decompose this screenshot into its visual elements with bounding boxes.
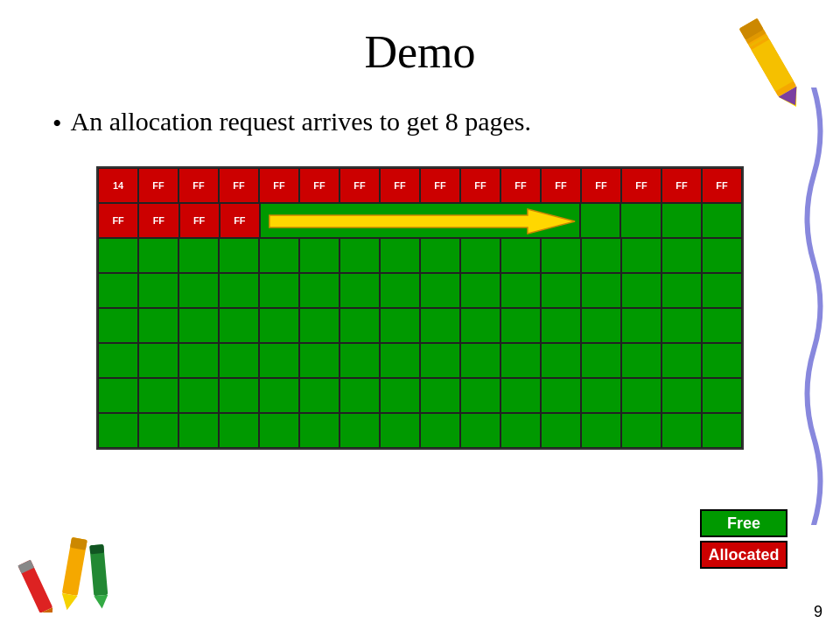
grid-row-4 — [98, 273, 742, 308]
grid-cell — [138, 273, 178, 308]
bullet-text: An allocation request arrives to get 8 p… — [71, 104, 532, 138]
grid-cell — [541, 413, 581, 448]
grid-cell — [420, 378, 460, 413]
grid-cell — [138, 378, 178, 413]
legend-allocated: Allocated — [700, 541, 788, 569]
grid-cell — [178, 378, 219, 413]
grid-cell: FF — [460, 168, 500, 203]
grid-cell — [340, 273, 380, 308]
grid-cell — [702, 203, 742, 238]
grid-cell: FF — [581, 168, 621, 203]
grid-cell — [178, 308, 219, 343]
grid-cell — [621, 378, 662, 413]
allocation-arrow — [261, 205, 579, 238]
grid-cell — [500, 378, 541, 413]
grid-cell — [662, 273, 702, 308]
grid-cell — [460, 238, 500, 273]
grid-cell — [138, 238, 178, 273]
grid-cell — [178, 343, 219, 378]
svg-rect-16 — [89, 544, 104, 554]
legend-allocated-box: Allocated — [700, 541, 788, 569]
grid-cell — [581, 238, 621, 273]
grid-cell — [259, 308, 299, 343]
grid-cell — [259, 413, 299, 448]
bullet-item: • An allocation request arrives to get 8… — [52, 104, 788, 140]
legend-free-box: Free — [700, 509, 788, 537]
grid-cell — [178, 273, 219, 308]
grid-cell — [178, 238, 219, 273]
grid-cell — [299, 308, 340, 343]
grid-cell — [580, 203, 620, 238]
grid-cell: FF — [178, 168, 219, 203]
grid-cell — [380, 378, 420, 413]
legend-free: Free — [700, 509, 788, 537]
grid-cell — [219, 273, 259, 308]
grid-cell — [500, 343, 541, 378]
grid-cell — [662, 308, 702, 343]
grid-cell — [702, 378, 742, 413]
grid-cell — [98, 343, 138, 378]
svg-rect-6 — [752, 39, 794, 92]
grid-cell — [662, 413, 702, 448]
legend: Free Allocated — [700, 509, 788, 569]
grid-cell — [460, 413, 500, 448]
grid-cell: FF — [340, 168, 380, 203]
grid-cell — [662, 343, 702, 378]
grid-cell — [138, 343, 178, 378]
grid-cell — [581, 308, 621, 343]
grid-row-8 — [98, 413, 742, 448]
grid-cell — [380, 413, 420, 448]
grid-cell: FF — [138, 168, 178, 203]
grid-cell — [219, 378, 259, 413]
grid-cell: FF — [500, 168, 541, 203]
grid-cell — [299, 238, 340, 273]
grid-cell — [219, 238, 259, 273]
grid-row-6 — [98, 343, 742, 378]
crayon-topright-icon — [735, 0, 805, 122]
grid-cell — [299, 343, 340, 378]
grid-cell — [380, 238, 420, 273]
grid-cell: FF — [380, 168, 420, 203]
grid-cell — [219, 308, 259, 343]
grid-cell — [621, 238, 662, 273]
svg-marker-15 — [94, 595, 108, 609]
grid-cell: 14 — [98, 168, 138, 203]
grid-cell — [138, 308, 178, 343]
grid-cell — [380, 343, 420, 378]
grid-cell — [541, 378, 581, 413]
grid-row-1: 14 FF FF FF FF FF FF FF FF FF FF FF FF F… — [98, 168, 742, 203]
grid-cell — [259, 273, 299, 308]
bullet-section: • An allocation request arrives to get 8… — [52, 104, 788, 140]
slide-title: Demo — [0, 0, 840, 78]
svg-marker-0 — [270, 209, 575, 234]
grid-cell — [460, 343, 500, 378]
grid-cell — [460, 378, 500, 413]
page-number: 9 — [814, 603, 822, 621]
grid-cell — [340, 378, 380, 413]
memory-grid: 14 FF FF FF FF FF FF FF FF FF FF FF FF F… — [96, 166, 744, 450]
grid-row-2: FF FF FF FF — [98, 203, 742, 238]
grid-cell: FF — [420, 168, 460, 203]
grid-cell — [621, 413, 662, 448]
grid-cell: FF — [662, 168, 702, 203]
grid-cell — [420, 273, 460, 308]
grid-cell — [662, 238, 702, 273]
grid-cell — [98, 273, 138, 308]
grid-cell: FF — [219, 168, 259, 203]
grid-cell — [219, 343, 259, 378]
grid-cell — [98, 238, 138, 273]
grid-cell — [380, 273, 420, 308]
grid-cell — [340, 413, 380, 448]
grid-cell — [138, 413, 178, 448]
grid-cell — [420, 238, 460, 273]
grid-cell — [420, 413, 460, 448]
grid-cell — [702, 413, 742, 448]
grid-cell — [500, 413, 541, 448]
grid-cell — [541, 308, 581, 343]
grid-cell — [621, 273, 662, 308]
grid-cell — [581, 273, 621, 308]
grid-cell — [98, 413, 138, 448]
grid-cell — [702, 238, 742, 273]
grid-cell — [340, 238, 380, 273]
bullet-dot: • — [52, 106, 62, 140]
